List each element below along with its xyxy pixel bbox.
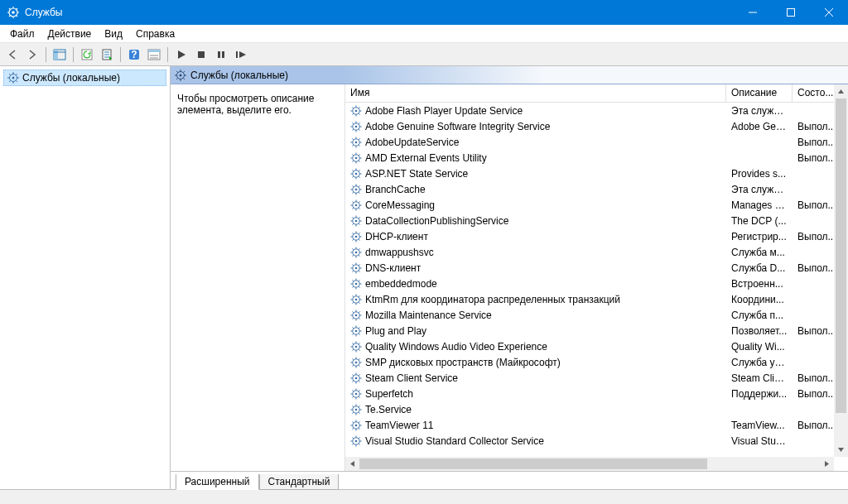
service-row[interactable]: TeamViewer 11TeamView...Выпол...	[345, 417, 848, 433]
service-gear-icon	[350, 215, 362, 227]
service-name: AdobeUpdateService	[365, 137, 459, 148]
service-description: Provides s...	[726, 168, 793, 180]
service-description: The DCP (...	[726, 215, 793, 227]
svg-point-18	[180, 74, 182, 76]
svg-point-54	[355, 377, 358, 379]
service-row[interactable]: Mozilla Maintenance ServiceСлужба п...	[345, 307, 848, 323]
help-button[interactable]: ?	[125, 46, 143, 64]
service-name: DataCollectionPublishingService	[365, 215, 508, 227]
service-description: Adobe Gen...	[726, 121, 793, 132]
service-row[interactable]: KtmRm для координатора распределенных тр…	[345, 291, 848, 307]
svg-point-52	[355, 361, 358, 363]
service-description: Служба п...	[726, 310, 793, 321]
service-gear-icon	[350, 262, 362, 274]
service-row[interactable]: Plug and PlayПозволяет...Выпол...	[345, 323, 848, 338]
scroll-thumb[interactable]	[836, 98, 846, 413]
svg-point-32	[355, 204, 358, 206]
service-row[interactable]: ASP.NET State ServiceProvides s...	[345, 166, 848, 181]
start-service-button[interactable]	[172, 46, 190, 64]
service-row[interactable]: DHCP-клиентРегистрир...Выпол...	[345, 228, 848, 244]
service-row[interactable]: embeddedmodeВстроенн...	[345, 276, 848, 291]
service-row[interactable]: CoreMessagingManages c...Выпол...	[345, 197, 848, 213]
service-row[interactable]: Te.Service	[345, 401, 848, 417]
service-name: Adobe Flash Player Update Service	[365, 105, 523, 117]
svg-rect-12	[218, 51, 220, 58]
window-title: Службы	[25, 7, 734, 18]
service-row[interactable]: Quality Windows Audio Video ExperienceQu…	[345, 338, 848, 354]
service-row[interactable]: SuperfetchПоддержи...Выпол...	[345, 386, 848, 401]
vertical-scrollbar[interactable]	[834, 84, 848, 457]
service-description: Служба D...	[726, 262, 793, 274]
service-description: Эта служб...	[726, 184, 793, 195]
back-button[interactable]	[3, 46, 22, 64]
svg-rect-11	[198, 51, 205, 58]
scroll-left-icon[interactable]	[345, 457, 359, 471]
menu-file[interactable]: Файл	[3, 26, 41, 41]
service-row[interactable]: AMD External Events UtilityВыпол...	[345, 150, 848, 166]
service-row[interactable]: DataCollectionPublishingServiceThe DCP (…	[345, 213, 848, 228]
service-gear-icon	[350, 184, 362, 195]
column-name[interactable]: Имя	[345, 84, 726, 102]
service-gear-icon	[350, 435, 362, 447]
restart-service-button[interactable]	[232, 46, 250, 64]
service-name: TeamViewer 11	[365, 420, 434, 431]
scroll-up-icon[interactable]	[834, 84, 848, 98]
column-description[interactable]: Описание	[726, 84, 793, 102]
service-row[interactable]: BranchCacheЭта служб...	[345, 181, 848, 197]
svg-rect-4	[54, 50, 58, 60]
service-description: Steam Clie...	[726, 372, 793, 384]
menu-help[interactable]: Справка	[129, 26, 181, 41]
scroll-thumb-h[interactable]	[359, 458, 707, 469]
service-row[interactable]: Adobe Flash Player Update ServiceЭта слу…	[345, 103, 848, 118]
service-gear-icon	[350, 294, 362, 305]
scroll-down-icon[interactable]	[834, 443, 848, 457]
svg-point-30	[355, 188, 358, 190]
service-description: Встроенн...	[726, 278, 793, 290]
pause-service-button[interactable]	[212, 46, 230, 64]
service-gear-icon	[350, 388, 362, 400]
stop-service-button[interactable]	[192, 46, 210, 64]
service-name: Quality Windows Audio Video Experience	[365, 341, 547, 353]
service-row[interactable]: dmwappushsvcСлужба м...	[345, 244, 848, 260]
tab-extended[interactable]: Расширенный	[176, 474, 259, 490]
svg-point-56	[355, 392, 358, 395]
service-name: ASP.NET State Service	[365, 168, 468, 180]
export-list-button[interactable]	[98, 46, 116, 64]
service-row[interactable]: Adobe Genuine Software Integrity Service…	[345, 118, 848, 134]
svg-point-1	[12, 11, 15, 14]
close-button[interactable]	[810, 0, 848, 25]
service-gear-icon	[350, 341, 362, 353]
horizontal-scrollbar[interactable]	[345, 457, 834, 471]
service-gear-icon	[350, 247, 362, 258]
service-gear-icon	[350, 199, 362, 211]
properties-button[interactable]	[145, 46, 163, 64]
gear-icon	[7, 72, 19, 84]
menubar: Файл Действие Вид Справка	[0, 25, 848, 43]
list-header: Имя Описание Состо...	[345, 84, 848, 103]
gear-icon	[175, 70, 186, 81]
service-gear-icon	[350, 168, 362, 180]
svg-rect-10	[148, 50, 160, 52]
tree-root-label: Службы (локальные)	[22, 72, 120, 84]
service-row[interactable]: Steam Client ServiceSteam Clie...Выпол..…	[345, 370, 848, 386]
service-row[interactable]: AdobeUpdateServiceВыпол...	[345, 134, 848, 150]
service-description: Visual Stud...	[726, 435, 793, 447]
view-tabs: Расширенный Стандартный	[171, 471, 848, 489]
tab-standard[interactable]: Стандартный	[259, 474, 340, 490]
forward-button[interactable]	[23, 46, 41, 64]
tree-root-item[interactable]: Службы (локальные)	[3, 70, 166, 86]
menu-view[interactable]: Вид	[98, 26, 129, 41]
menu-action[interactable]: Действие	[41, 26, 99, 41]
svg-rect-13	[222, 51, 224, 58]
svg-point-46	[355, 314, 358, 316]
maximize-button[interactable]	[772, 0, 810, 25]
minimize-button[interactable]	[734, 0, 772, 25]
refresh-button[interactable]	[78, 46, 96, 64]
show-hide-tree-button[interactable]	[51, 46, 69, 64]
service-row[interactable]: DNS-клиентСлужба D...Выпол...	[345, 260, 848, 276]
service-name: embeddedmode	[365, 278, 437, 290]
service-description: Поддержи...	[726, 388, 793, 400]
service-row[interactable]: Visual Studio Standard Collector Service…	[345, 433, 848, 449]
service-row[interactable]: SMP дисковых пространств (Майкрософт)Слу…	[345, 354, 848, 370]
scroll-right-icon[interactable]	[820, 457, 834, 471]
